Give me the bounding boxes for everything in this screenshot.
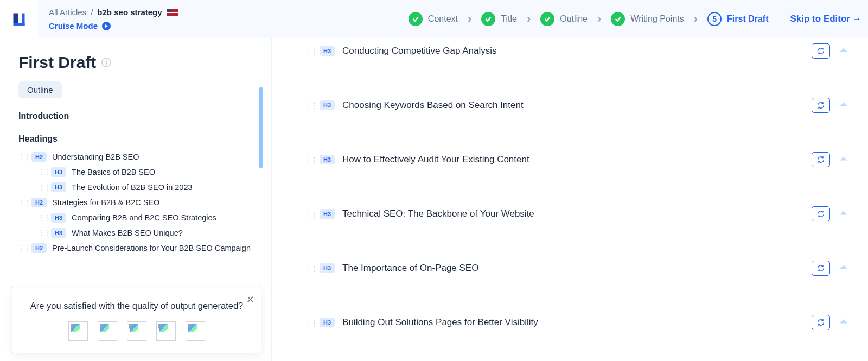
rating-option-2[interactable]: [98, 321, 117, 341]
collapse-icon[interactable]: [838, 263, 850, 274]
step-label: Outline: [560, 14, 588, 24]
svg-marker-5: [840, 157, 847, 161]
outline-item[interactable]: ⋮⋮H2Strategies for B2B & B2C SEO: [18, 195, 253, 210]
step-first-draft[interactable]: 5First Draft: [707, 12, 768, 26]
cruise-mode-label: Cruise Mode: [49, 21, 98, 30]
outline-chip[interactable]: Outline: [18, 81, 62, 98]
collapse-icon[interactable]: [838, 100, 850, 111]
drag-handle-icon[interactable]: ⋮⋮: [18, 201, 26, 204]
content-row[interactable]: ⋮⋮H3Building Out Solutions Pages for Bet…: [304, 295, 850, 350]
step-outline[interactable]: Outline: [540, 12, 588, 26]
chevron-right-icon: ›: [527, 12, 531, 26]
breadcrumb-root[interactable]: All Articles: [49, 8, 86, 17]
rating-option-5[interactable]: [186, 321, 205, 341]
svg-marker-4: [840, 103, 847, 106]
step-writing-points[interactable]: Writing Points: [611, 12, 684, 26]
rating-option-1[interactable]: [68, 321, 88, 341]
heading-badge: H2: [31, 243, 47, 253]
outline-tree: ⋮⋮H2Understanding B2B SEO⋮⋮H3The Basics …: [18, 149, 253, 256]
svg-rect-0: [14, 14, 18, 23]
drag-handle-icon[interactable]: ⋮⋮: [18, 247, 26, 250]
drag-handle-icon[interactable]: ⋮⋮: [18, 156, 26, 159]
step-title[interactable]: Title: [481, 12, 517, 26]
regenerate-button[interactable]: [812, 152, 830, 167]
close-icon[interactable]: ✕: [246, 294, 254, 306]
outline-item[interactable]: ⋮⋮H3The Evolution of B2B SEO in 2023: [38, 180, 253, 195]
chevron-right-icon: ›: [694, 12, 698, 26]
info-icon[interactable]: i: [101, 58, 111, 67]
outline-item-text: Pre-Launch Considerations for Your B2B S…: [52, 244, 251, 252]
outline-item[interactable]: ⋮⋮H3Comparing B2B and B2C SEO Strategies: [38, 210, 253, 225]
drag-handle-icon[interactable]: ⋮⋮: [304, 50, 312, 53]
step-label: Writing Points: [630, 14, 684, 24]
collapse-icon[interactable]: [838, 317, 850, 328]
check-icon: [540, 12, 554, 26]
drag-handle-icon[interactable]: ⋮⋮: [38, 171, 46, 174]
heading-badge: H2: [31, 198, 47, 207]
step-context[interactable]: Context: [409, 12, 458, 26]
content-row[interactable]: ⋮⋮H3Technical SEO: The Backbone of Your …: [304, 187, 850, 241]
step-label: First Draft: [727, 14, 768, 24]
svg-marker-3: [840, 48, 847, 52]
heading-badge: H3: [320, 263, 335, 273]
breadcrumb-sep: /: [91, 8, 93, 17]
regenerate-button[interactable]: [812, 206, 830, 221]
content-row-text: Conducting Competitive Gap Analysis: [342, 46, 496, 56]
rating-option-3[interactable]: [127, 321, 146, 341]
breadcrumb: All Articles / b2b seo strategy: [49, 8, 178, 17]
drag-handle-icon[interactable]: ⋮⋮: [304, 104, 312, 107]
collapse-icon[interactable]: [838, 154, 850, 165]
content-row[interactable]: ⋮⋮H3The Importance of On-Page SEO: [304, 241, 850, 295]
page-title: First Draft i: [18, 53, 253, 72]
content-row[interactable]: ⋮⋮H3Choosing Keywords Based on Search In…: [304, 78, 850, 132]
heading-badge: H3: [51, 167, 66, 177]
svg-marker-6: [840, 211, 847, 215]
heading-badge: H3: [320, 209, 335, 219]
regenerate-button[interactable]: [812, 98, 830, 113]
content-panel: ⋮⋮H3Conducting Competitive Gap Analysis⋮…: [271, 38, 868, 361]
cruise-mode-button[interactable]: Cruise Mode: [49, 21, 178, 30]
drag-handle-icon[interactable]: ⋮⋮: [304, 267, 312, 270]
breadcrumb-current[interactable]: b2b seo strategy: [97, 8, 162, 17]
drag-handle-icon[interactable]: ⋮⋮: [304, 159, 312, 161]
heading-badge: H3: [320, 318, 335, 327]
check-icon: [409, 12, 423, 26]
step-label: Context: [428, 14, 458, 24]
outline-item-text: Comparing B2B and B2C SEO Strategies: [72, 213, 216, 222]
outline-item-text: Strategies for B2B & B2C SEO: [52, 198, 159, 207]
chevron-right-icon: ›: [468, 12, 471, 26]
outline-item[interactable]: ⋮⋮H2Understanding B2B SEO: [18, 149, 253, 164]
headings-heading: Headings: [18, 134, 253, 144]
arrow-right-icon: →: [852, 14, 861, 24]
heading-badge: H3: [51, 213, 66, 223]
skip-to-editor-button[interactable]: Skip to Editor →: [790, 14, 862, 24]
step-label: Title: [501, 14, 517, 24]
rating-option-4[interactable]: [156, 321, 176, 341]
outline-item[interactable]: ⋮⋮H2Pre-Launch Considerations for Your B…: [18, 240, 253, 256]
content-row-text: Technical SEO: The Backbone of Your Webs…: [342, 208, 534, 219]
content-row[interactable]: ⋮⋮H3Conducting Competitive Gap Analysis: [304, 43, 850, 78]
regenerate-button[interactable]: [812, 261, 830, 276]
outline-item[interactable]: ⋮⋮H3The Basics of B2B SEO: [38, 164, 253, 180]
collapse-icon[interactable]: [838, 46, 850, 56]
drag-handle-icon[interactable]: ⋮⋮: [38, 232, 46, 235]
regenerate-button[interactable]: [812, 43, 830, 59]
check-icon: [481, 12, 495, 26]
introduction-heading[interactable]: Introduction: [18, 111, 253, 121]
outline-item-text: The Evolution of B2B SEO in 2023: [72, 183, 192, 192]
drag-handle-icon[interactable]: ⋮⋮: [38, 186, 46, 189]
heading-badge: H3: [51, 228, 66, 238]
collapse-icon[interactable]: [838, 208, 850, 219]
skip-label: Skip to Editor: [790, 14, 851, 24]
svg-marker-7: [840, 265, 847, 269]
drag-handle-icon[interactable]: ⋮⋮: [38, 217, 46, 219]
content-row[interactable]: ⋮⋮H3How to Effectively Audit Your Existi…: [304, 132, 850, 187]
scrollbar-thumb[interactable]: [259, 87, 263, 168]
drag-handle-icon[interactable]: ⋮⋮: [304, 321, 312, 324]
regenerate-button[interactable]: [812, 315, 830, 330]
drag-handle-icon[interactable]: ⋮⋮: [304, 213, 312, 216]
feedback-modal: ✕ Are you satisfied with the quality of …: [12, 287, 261, 353]
feedback-question: Are you satisfied with the quality of ou…: [25, 299, 248, 313]
app-logo[interactable]: [0, 0, 38, 38]
outline-item[interactable]: ⋮⋮H3What Makes B2B SEO Unique?: [38, 225, 253, 240]
